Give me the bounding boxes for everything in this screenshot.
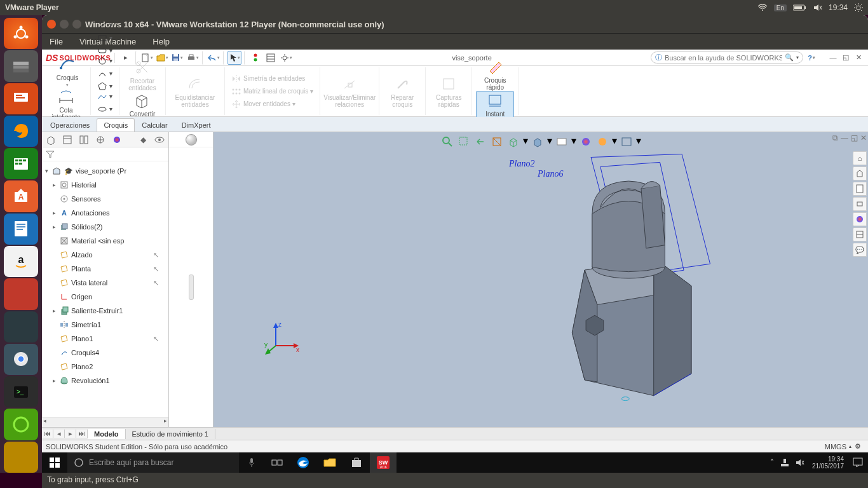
launcher-app-red[interactable] [4,278,38,309]
plane-label-6[interactable]: Plano6 [538,169,563,179]
ribbon-sketch[interactable]: Croquis ▾ [48,55,86,88]
launcher-writer[interactable] [4,214,38,245]
tab-estudio-movimiento[interactable]: Estudio de movimiento 1 [126,429,215,439]
mt-last-icon[interactable]: ⏭ [76,430,88,438]
ribbon-circle-tool[interactable]: ▾ [97,56,112,66]
view-triad[interactable]: z x y [264,319,302,357]
search-dropdown-icon[interactable]: ▾ [796,55,799,60]
fm-tab-eye-icon[interactable] [153,133,166,146]
taskbar-clock[interactable]: 19:34 21/05/2017 [808,456,848,470]
ribbon-polygon-tool[interactable]: ▾ [97,81,112,92]
clock[interactable]: 19:34 [829,3,848,12]
tree-extruir1[interactable]: ▸Saliente-Extruir1 [42,304,167,318]
launcher-terminal[interactable]: >_ [4,376,38,407]
tree-plano1[interactable]: Plano1↖ [42,332,167,346]
taskbar-store[interactable] [343,452,370,473]
help-search[interactable]: ⓘ 🔍 ▾ [651,51,803,64]
tab-croquis[interactable]: Croquis [97,118,135,132]
tree-simetria1[interactable]: Simetría1 [42,318,167,332]
tree-plano2[interactable]: Plano2 [42,360,167,374]
plane-label-2[interactable]: Plano2 [509,159,534,169]
sw-restore-icon[interactable]: ◱ [840,53,851,62]
launcher-firefox[interactable] [4,116,38,147]
ribbon-spline-tool[interactable]: ▾ [97,92,112,102]
tray-volume-icon[interactable] [796,459,804,466]
tree-alzado[interactable]: Alzado↖ [42,248,167,262]
fm-tab-feature-icon[interactable] [44,133,57,146]
launcher-app-gold[interactable] [4,442,38,473]
tab-modelo[interactable]: Modelo [88,429,126,439]
tab-calcular[interactable]: Calcular [135,118,174,132]
tree-anotaciones[interactable]: ▸AAnotaciones [42,206,167,220]
fm-tab-config-icon[interactable] [78,133,90,146]
vmware-titlebar[interactable]: Windows 10 x64 - VMware Workstation 12 P… [42,15,868,33]
tree-historial[interactable]: ▸Historial [42,178,167,192]
mt-next-icon[interactable]: ▸ [65,430,76,438]
search-input[interactable] [665,54,782,62]
launcher-calc[interactable] [4,148,38,179]
tree-croquis4[interactable]: Croquis4 [42,346,167,360]
options-grid-button[interactable] [264,51,278,65]
tree-root[interactable]: ▾🎓vise_soporte (Pr [42,164,167,178]
help-button[interactable]: ? [804,51,818,65]
launcher-files[interactable] [4,50,38,81]
ribbon-arc-tool[interactable]: ▾ [97,69,112,79]
tree-origen[interactable]: Origen [42,290,167,304]
action-center-icon[interactable] [848,452,868,473]
undo-button[interactable] [207,51,220,65]
launcher-app-green[interactable] [4,409,38,440]
splitter-handle[interactable] [189,274,194,300]
units-selector[interactable]: MMGS▴ [825,443,851,451]
tree-sensores[interactable]: Sensores [42,192,167,206]
launcher-dash[interactable] [4,18,38,49]
tree-revolucion1[interactable]: ▸Revolución1 [42,374,167,388]
print-button[interactable] [186,51,200,65]
rebuild-button[interactable] [248,51,262,65]
tree-solidos[interactable]: ▸Sólidos(2) [42,220,167,234]
tray-chevron-icon[interactable]: ˄ [770,458,774,467]
wifi-icon[interactable] [757,4,768,11]
launcher-chrome[interactable] [4,344,38,375]
maximize-button[interactable] [72,20,81,29]
fm-tab-dimxpert-icon[interactable] [94,133,107,146]
tree-material[interactable]: Material <sin esp [42,234,167,248]
search-icon[interactable]: 🔍 [785,53,794,62]
fm-tab-display-icon[interactable] [111,133,123,146]
language-indicator[interactable]: En [774,4,787,11]
close-button[interactable] [47,20,56,29]
fm-filter[interactable] [42,147,168,161]
mt-prev-icon[interactable]: ◂ [53,430,65,438]
minimize-button[interactable] [60,20,69,29]
taskbar-search[interactable]: Escribe aquí para buscar [67,452,239,473]
launcher-amazon[interactable]: a [4,246,38,277]
ribbon-slot-tool[interactable]: ▾ [97,46,112,56]
tab-operaciones[interactable]: Operaciones [43,118,97,132]
graphics-area[interactable]: ⧉ — ◱ ✕ ▾ ▾ ▾ ▾ ▾ [214,132,868,427]
gear-icon[interactable] [854,3,863,12]
tree-planta[interactable]: Planta↖ [42,262,167,276]
ribbon-rect-tool[interactable]: ▾ [97,33,112,43]
launcher-software[interactable]: A [4,180,38,212]
settings-button[interactable] [279,51,293,65]
ribbon-line-tool[interactable]: ▾ [97,20,112,30]
launcher-impress[interactable] [4,83,38,114]
save-button[interactable] [170,51,184,65]
start-button[interactable] [42,452,67,473]
volume-icon[interactable] [813,4,822,11]
select-button[interactable] [227,51,241,65]
taskbar-edge[interactable] [290,452,316,473]
tree-vista-lateral[interactable]: Vista lateral↖ [42,276,167,290]
sw-minimize-icon[interactable]: — [827,53,839,62]
menu-help[interactable]: Help [149,34,173,49]
sw-close-icon[interactable]: ✕ [853,53,864,62]
fm-tab-paint-icon[interactable]: ◆ [137,133,149,146]
ribbon-ellipse-tool[interactable]: ▾ [97,104,112,114]
taskbar-mic-icon[interactable] [239,452,264,473]
battery-icon[interactable] [793,4,807,11]
ribbon-rapidsketch[interactable]: Croquis rápido [476,58,514,91]
status-settings-icon[interactable]: ⚙ [851,442,864,451]
fm-hscroll[interactable] [42,417,168,427]
fm-tab-property-icon[interactable] [61,133,74,146]
launcher-app-dark[interactable] [4,311,38,342]
taskbar-explorer[interactable] [316,452,343,473]
